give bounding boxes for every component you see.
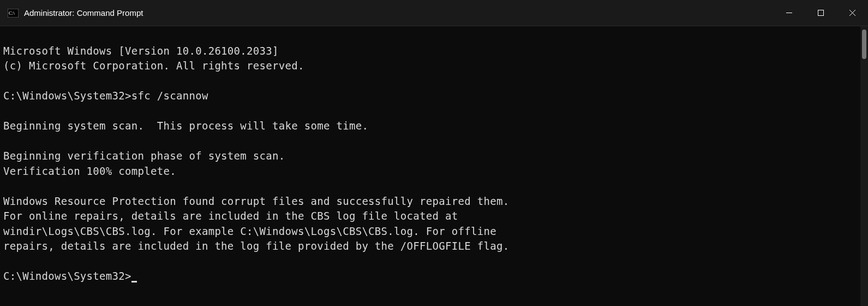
output-line: Verification 100% complete. bbox=[3, 165, 176, 177]
output-line: Beginning system scan. This process will… bbox=[3, 120, 368, 132]
scrollbar-thumb[interactable] bbox=[862, 30, 866, 59]
output-line: Windows Resource Protection found corrup… bbox=[3, 195, 509, 207]
version-line: Microsoft Windows [Version 10.0.26100.20… bbox=[3, 45, 279, 57]
svg-text:C:\: C:\ bbox=[9, 10, 15, 16]
close-button[interactable] bbox=[836, 0, 868, 26]
output-line: windir\Logs\CBS\CBS.log. For example C:\… bbox=[3, 225, 496, 237]
terminal-output[interactable]: Microsoft Windows [Version 10.0.26100.20… bbox=[0, 26, 868, 286]
cmd-icon: C:\ bbox=[8, 9, 19, 17]
window-controls bbox=[773, 0, 868, 26]
cursor bbox=[131, 281, 137, 283]
titlebar[interactable]: C:\ Administrator: Command Prompt bbox=[0, 0, 868, 26]
copyright-line: (c) Microsoft Corporation. All rights re… bbox=[3, 60, 304, 72]
prompt-path: C:\Windows\System32> bbox=[3, 270, 131, 282]
output-line: Beginning verification phase of system s… bbox=[3, 150, 285, 162]
prompt-path: C:\Windows\System32> bbox=[3, 90, 131, 102]
scrollbar[interactable] bbox=[860, 26, 868, 306]
output-line: For online repairs, details are included… bbox=[3, 210, 458, 222]
window-title: Administrator: Command Prompt bbox=[24, 8, 773, 17]
minimize-button[interactable] bbox=[773, 0, 805, 26]
command-input: sfc /scannow bbox=[131, 90, 208, 102]
svg-rect-3 bbox=[818, 10, 823, 16]
maximize-button[interactable] bbox=[805, 0, 836, 26]
output-line: repairs, details are included in the log… bbox=[3, 240, 509, 252]
